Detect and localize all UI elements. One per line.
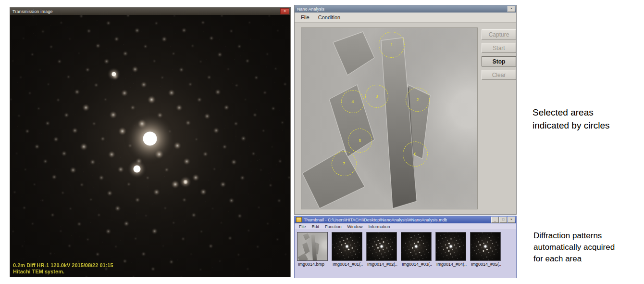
annotation-line: Selected areas <box>533 106 610 119</box>
thumbnail-label: Img0014_#02(.. <box>366 261 399 267</box>
thumbnail-label: Img0014_#04(.. <box>435 261 468 267</box>
thumbnail-item[interactable]: Img0014_#01(.. <box>332 232 364 267</box>
selection-circle-2[interactable]: 2 <box>406 88 430 112</box>
clear-button[interactable]: Clear <box>482 70 516 80</box>
start-button[interactable]: Start <box>482 43 516 53</box>
transmission-title: Transmission image <box>12 9 53 14</box>
thumbnail-item[interactable]: Img0014_#04(.. <box>435 232 468 267</box>
selection-circle-label: 4 <box>351 100 354 104</box>
menu-item-file[interactable]: File <box>296 224 309 230</box>
nano-analysis-button-column: Capture Start Stop Clear <box>482 29 515 83</box>
close-icon[interactable]: × <box>508 6 515 12</box>
minimize-icon[interactable]: _ <box>491 217 499 223</box>
thumbnail-title: Thumbnail - C:\Users\HITACHI\Desktop\Nan… <box>304 218 447 222</box>
thumbnail-label: Img0014_#01(.. <box>332 261 364 267</box>
thumbnail-label: Img0014_#03(.. <box>401 261 433 267</box>
thumbnail-item[interactable]: Img0014_#03(.. <box>401 232 433 267</box>
thumbnail-item[interactable]: Img0014_#02(.. <box>366 232 399 267</box>
selection-circle-label: 5 <box>359 139 361 143</box>
thumbnail-window: Thumbnail - C:\Users\HITACHI\Desktop\Nan… <box>294 216 517 278</box>
menu-item-edit[interactable]: Edit <box>309 224 322 230</box>
selection-circle-5[interactable]: 5 <box>348 129 372 153</box>
transmission-footer-line2: Hitachi TEM system. <box>13 269 113 275</box>
selection-circle-label: 3 <box>375 94 378 99</box>
menu-item-window[interactable]: Window <box>345 224 366 230</box>
menu-item-information[interactable]: Information <box>366 224 393 230</box>
selection-circle-4[interactable]: 4 <box>341 90 364 113</box>
selection-circle-label: 2 <box>416 98 419 102</box>
selection-circle-label: 1 <box>390 43 393 47</box>
transmission-window: Transmission image × 0.2m Diff HR-1 120.… <box>10 7 291 277</box>
stop-button[interactable]: Stop <box>482 56 516 66</box>
thumbnail-window-icon <box>296 217 302 222</box>
close-icon[interactable]: × <box>280 8 289 14</box>
thumbnail-image <box>435 232 466 261</box>
selection-circle-label: 6 <box>414 152 416 156</box>
annotation-line: automatically acquired <box>533 242 615 253</box>
selection-circle-6[interactable]: 6 <box>403 142 428 167</box>
annotation-line: indicated by circles <box>533 119 610 132</box>
menu-item-file[interactable]: File <box>297 13 314 21</box>
annotation-line: for each area <box>533 253 615 265</box>
nano-analysis-titlebar[interactable]: Nano Analysis × <box>295 5 516 13</box>
transmission-footer: 0.2m Diff HR-1 120.0kV 2015/08/22 01:15 … <box>13 262 113 275</box>
selection-circle-7[interactable]: 7 <box>332 151 357 176</box>
transmission-image <box>10 15 290 277</box>
thumbnail-window-controls: _ □ × <box>491 217 515 223</box>
annotation-diffraction: Diffraction patterns automatically acqui… <box>533 230 615 265</box>
close-icon[interactable]: × <box>508 217 515 223</box>
thumbnail-label: Img0014.bmp <box>297 261 330 267</box>
transmission-titlebar[interactable]: Transmission image × <box>10 8 290 15</box>
thumbnail-menubar: File Edit Function Window Information <box>295 223 516 230</box>
transmission-body: 0.2m Diff HR-1 120.0kV 2015/08/22 01:15 … <box>10 15 290 277</box>
thumbnail-image <box>401 232 432 261</box>
thumbnail-item[interactable]: Img0014_#05(.. <box>470 232 503 267</box>
selection-circle-3[interactable]: 3 <box>365 85 388 108</box>
transmission-footer-line1: 0.2m Diff HR-1 120.0kV 2015/08/22 01:15 <box>13 262 113 269</box>
nano-analysis-menubar: File Condition <box>295 13 516 23</box>
nano-analysis-window: Nano Analysis × File Condition 1 2 3 4 5… <box>294 5 517 215</box>
thumbnail-image <box>470 232 501 261</box>
menu-item-function[interactable]: Function <box>322 224 345 230</box>
selection-circle-label: 7 <box>343 162 345 166</box>
annotation-line: Diffraction patterns <box>533 230 615 242</box>
annotation-selected-areas: Selected areas indicated by circles <box>533 106 610 132</box>
nano-analysis-image-area[interactable]: 1 2 3 4 5 6 7 <box>301 27 478 209</box>
capture-button[interactable]: Capture <box>482 29 516 39</box>
nano-analysis-title: Nano Analysis <box>297 7 324 12</box>
thumbnail-image <box>332 232 362 261</box>
menu-item-condition[interactable]: Condition <box>314 13 345 21</box>
thumbnail-titlebar[interactable]: Thumbnail - C:\Users\HITACHI\Desktop\Nan… <box>295 216 516 223</box>
thumbnail-image <box>366 232 397 261</box>
thumbnail-list: Img0014.bmp Img0014_#01(.. Img0014_#02(.… <box>295 230 516 267</box>
thumbnail-label: Img0014_#05(.. <box>470 261 503 267</box>
thumbnail-image <box>297 232 328 261</box>
thumbnail-item[interactable]: Img0014.bmp <box>297 232 330 267</box>
selection-circle-1[interactable]: 1 <box>379 32 405 58</box>
maximize-icon[interactable]: □ <box>499 217 507 223</box>
